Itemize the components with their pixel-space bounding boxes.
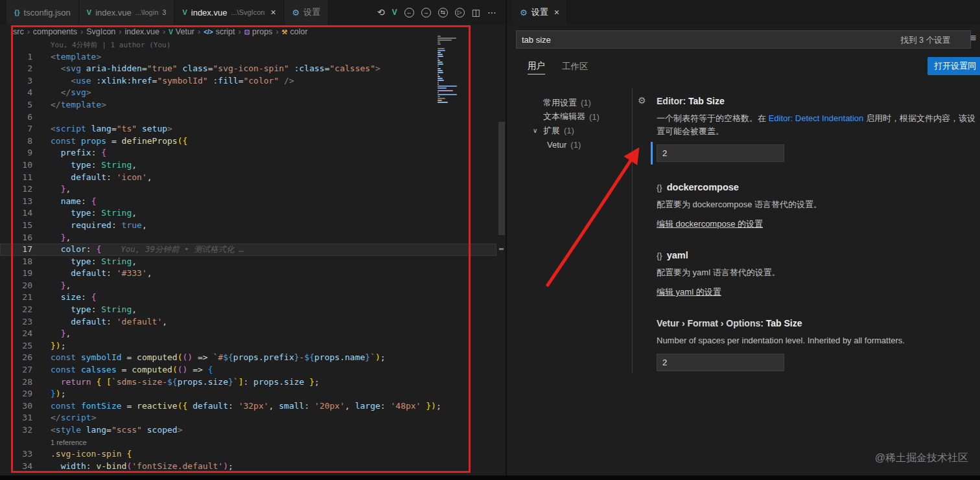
line-number: 32 xyxy=(0,424,32,437)
gear-icon[interactable]: ⚙ xyxy=(638,95,646,106)
code-line[interactable]: 17 color: {You, 39分钟前 • 测试格式化 … xyxy=(0,244,496,256)
filter-icon[interactable]: ≡ xyxy=(970,32,976,44)
breadcrumb: src›components›SvgIcon›index.vue›VVetur›… xyxy=(0,25,506,39)
code-line[interactable]: 1<template> xyxy=(0,51,496,63)
editor-tab[interactable]: Vindex.vue...\SvgIcon× xyxy=(174,0,284,25)
breadcrumb-item[interactable]: </>script xyxy=(204,27,235,36)
code-line[interactable]: 6 xyxy=(0,111,496,124)
code-text: <script lang="ts" setup> xyxy=(32,123,172,135)
breadcrumb-item[interactable]: components xyxy=(33,27,77,36)
code-line[interactable]: 3 <use :xlink:href="symbolId" :fill="col… xyxy=(0,75,496,87)
code-line[interactable]: 29}); xyxy=(0,388,496,400)
code-line[interactable]: 27const calsses = computed(() => { xyxy=(0,364,496,376)
tab-label: 设置 xyxy=(303,6,320,18)
breadcrumb-item[interactable]: index.vue xyxy=(124,27,159,36)
settings-editor-tab[interactable]: ⚙ 设置 × xyxy=(512,0,568,25)
code-line[interactable]: 15 required: true, xyxy=(0,220,496,232)
code-line[interactable]: 24 }, xyxy=(0,328,496,340)
code-line[interactable]: 5</template> xyxy=(0,99,496,111)
code-line[interactable]: 14 type: String, xyxy=(0,207,496,220)
code-text: type: String, xyxy=(32,159,137,172)
tab-label: tsconfig.json xyxy=(24,8,71,17)
settings-editor: 找到 3 个设置 ≡ 用户 工作区 打开设置同 常用设置(1)文本编辑器(1)∨… xyxy=(507,25,980,480)
code-line[interactable]: 18 type: String, xyxy=(0,256,496,268)
vetur-preview-icon[interactable]: V xyxy=(392,8,397,17)
code-line[interactable]: 2 <svg aria-hidden="true" class="svg-ico… xyxy=(0,63,496,75)
toc-item[interactable]: Vetur(1) xyxy=(507,138,632,152)
editor-tab[interactable]: Vindex.vue...\login3 xyxy=(79,0,175,25)
toc-label: 常用设置 xyxy=(543,97,577,109)
code-line[interactable]: 12 }, xyxy=(0,183,496,196)
editor-tab[interactable]: {}tsconfig.json xyxy=(6,0,79,25)
editor-tab[interactable]: ⚙设置 xyxy=(285,0,329,25)
setting-value-input[interactable] xyxy=(657,144,784,162)
edit-language-settings-link[interactable]: 编辑 dockercompose 的设置 xyxy=(657,218,763,230)
code-text: <style lang="scss" scoped> xyxy=(32,424,183,437)
code-line[interactable]: 30const fontSize = reactive({ default: '… xyxy=(0,400,496,413)
code-line[interactable]: 23 default: 'default', xyxy=(0,316,496,328)
next-change-icon[interactable]: → xyxy=(421,8,431,17)
breadcrumb-item[interactable]: ⚒color xyxy=(282,27,308,36)
code-line[interactable]: 32<style lang="scss" scoped> xyxy=(0,424,496,437)
breadcrumb-item[interactable]: ⊡props xyxy=(244,27,273,36)
code-line[interactable]: 34 width: v-bind('fontSize.default'); xyxy=(0,461,496,473)
code-line[interactable]: 19 default: '#333', xyxy=(0,268,496,280)
chevron-down-icon: ∨ xyxy=(533,127,541,134)
breadcrumb-separator: › xyxy=(163,27,165,36)
minimap[interactable] xyxy=(438,36,460,104)
code-area[interactable]: You, 4分钟前 | 1 author (You)1<template>2 <… xyxy=(0,39,496,472)
code-line[interactable]: 4 </svg> xyxy=(0,87,496,99)
code-text: default: 'default', xyxy=(32,316,167,328)
code-text: }, xyxy=(32,328,71,340)
line-number: 24 xyxy=(0,328,32,340)
code-line[interactable]: 9 prefix: { xyxy=(0,147,496,159)
split-editor-icon[interactable]: ◫ xyxy=(472,7,480,17)
setting-link[interactable]: Editor: Detect Indentation xyxy=(769,113,864,123)
tab-workspace[interactable]: 工作区 xyxy=(562,61,589,74)
code-line[interactable]: 22 type: String, xyxy=(0,304,496,316)
line-number xyxy=(0,437,32,449)
setting-value-input[interactable] xyxy=(657,354,784,371)
vue-icon: V xyxy=(169,29,173,36)
codelens-row[interactable]: 1 reference xyxy=(0,437,496,449)
settings-sync-button[interactable]: 打开设置同 xyxy=(928,57,980,75)
gear-icon: ⚙ xyxy=(292,8,300,17)
code-line[interactable]: 11 default: 'icon', xyxy=(0,172,496,184)
edit-language-settings-link[interactable]: 编辑 yaml 的设置 xyxy=(657,286,721,298)
code-line[interactable]: 10 type: String, xyxy=(0,159,496,172)
close-icon[interactable]: × xyxy=(554,8,559,17)
previous-change-icon[interactable]: ← xyxy=(404,8,414,17)
more-actions-icon[interactable]: ⋯ xyxy=(487,7,496,17)
toc-item[interactable]: 常用设置(1) xyxy=(507,96,632,110)
code-line[interactable]: 28 return { [`sdms-size-${props.size}`]:… xyxy=(0,376,496,389)
vertical-scrollbar[interactable] xyxy=(498,122,505,235)
code-line[interactable]: 31</script> xyxy=(0,412,496,424)
language-override-block: {}dockercompose配置要为 dockercompose 语言替代的设… xyxy=(657,182,976,230)
line-number: 17 xyxy=(0,244,32,256)
code-line[interactable]: 8const props = defineProps({ xyxy=(0,135,496,148)
run-file-icon[interactable]: ▷ xyxy=(455,8,465,17)
line-number: 33 xyxy=(0,448,32,461)
tab-user[interactable]: 用户 xyxy=(528,60,545,74)
symbol-props-icon: ⊡ xyxy=(244,29,250,36)
setting-input-wrap xyxy=(657,144,784,162)
braces-icon: {} xyxy=(657,183,662,192)
code-line[interactable]: 33.svg-icon-spin { xyxy=(0,448,496,461)
codelens-reference[interactable]: 1 reference xyxy=(32,437,87,449)
close-icon[interactable]: × xyxy=(270,8,275,17)
code-line[interactable]: 20 }, xyxy=(0,280,496,292)
compare-changes-icon[interactable]: ⇆ xyxy=(438,8,448,17)
code-line[interactable]: 25}); xyxy=(0,340,496,352)
discard-changes-icon[interactable]: ⟲ xyxy=(377,7,385,17)
breadcrumb-item[interactable]: SvgIcon xyxy=(86,27,115,36)
code-line[interactable]: 16 }, xyxy=(0,232,496,244)
breadcrumb-item[interactable]: VVetur xyxy=(169,27,194,36)
breadcrumb-separator: › xyxy=(27,27,30,36)
breadcrumb-item[interactable]: src xyxy=(13,27,24,36)
code-line[interactable]: 26const symbolId = computed(() => `#${pr… xyxy=(0,352,496,364)
toc-item[interactable]: 文本编辑器(1) xyxy=(507,110,632,124)
toc-item[interactable]: ∨扩展(1) xyxy=(507,124,632,138)
code-line[interactable]: 7<script lang="ts" setup> xyxy=(0,123,496,135)
code-line[interactable]: 13 name: { xyxy=(0,196,496,208)
code-line[interactable]: 21 size: { xyxy=(0,291,496,304)
